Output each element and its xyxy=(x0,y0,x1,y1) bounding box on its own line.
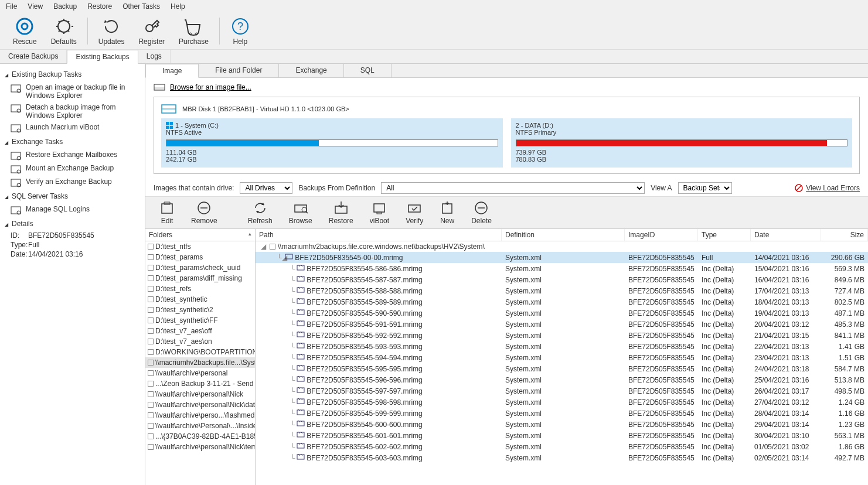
subtab-exchange[interactable]: Exchange xyxy=(279,64,343,77)
menu-help[interactable]: Help xyxy=(171,2,185,11)
folder-item[interactable]: D:\test_synthetic\2 xyxy=(145,305,255,315)
backup-row[interactable]: └ BFE72D505F835545-593-593.mrimgSystem.x… xyxy=(256,341,868,352)
help-button[interactable]: ?Help xyxy=(223,15,257,47)
backup-row[interactable]: └ BFE72D505F835545-596-596.mrimgSystem.x… xyxy=(256,374,868,385)
sidebar-task-0-1[interactable]: Detach a backup image from Windows Explo… xyxy=(5,101,140,121)
sidebar-task-0-0[interactable]: Open an image or backup file in Windows … xyxy=(5,81,140,101)
folder-item[interactable]: D:\test_synthetic\FF xyxy=(145,315,255,326)
backup-row[interactable]: └ BFE72D505F835545-587-587.mrimgSystem.x… xyxy=(256,274,868,285)
definition-select[interactable]: All xyxy=(381,182,645,194)
remove-action[interactable]: Remove xyxy=(183,199,226,226)
updates-button[interactable]: Updates xyxy=(91,15,132,47)
backup-row[interactable]: └ BFE72D505F835545-603-603.mrimgSystem.x… xyxy=(256,452,868,463)
edit-action[interactable]: Edit xyxy=(151,199,183,226)
backup-row[interactable]: └ BFE72D505F835545-600-600.mrimgSystem.x… xyxy=(256,419,868,430)
checkbox-icon[interactable] xyxy=(148,286,154,292)
checkbox-icon[interactable] xyxy=(148,433,154,439)
sidebar-task-2-0[interactable]: Manage SQL Logins xyxy=(5,203,140,217)
checkbox-icon[interactable] xyxy=(148,444,154,450)
checkbox-icon[interactable] xyxy=(148,412,154,418)
folder-item[interactable]: ...\Zeon Backup 3-11-21 - Send to xyxy=(145,378,255,389)
backup-row[interactable]: └ BFE72D505F835545-601-601.mrimgSystem.x… xyxy=(256,430,868,441)
browse-image-link[interactable]: Browse for an image file... xyxy=(170,83,251,91)
checkbox-icon[interactable] xyxy=(148,370,154,376)
menu-backup[interactable]: Backup xyxy=(53,2,77,11)
checkbox-icon[interactable] xyxy=(148,265,154,271)
view-select[interactable]: Backup Sets xyxy=(678,182,732,194)
register-button[interactable]: Register xyxy=(131,15,172,47)
backup-row[interactable]: └ BFE72D505F835545-597-597.mrimgSystem.x… xyxy=(256,385,868,397)
delete-action[interactable]: Delete xyxy=(463,199,500,226)
backup-row[interactable]: └ BFE72D505F835545-592-592.mrimgSystem.x… xyxy=(256,330,868,341)
sidebar-group-3[interactable]: Details xyxy=(5,217,140,231)
menu-restore[interactable]: Restore xyxy=(87,2,112,11)
backup-row[interactable]: └ BFE72D505F835545-589-589.mrimgSystem.x… xyxy=(256,296,868,308)
sidebar-task-0-2[interactable]: Launch Macrium viBoot xyxy=(5,121,140,135)
subtab-image[interactable]: Image xyxy=(145,64,199,78)
sidebar-task-1-2[interactable]: Verify an Exchange Backup xyxy=(5,176,140,189)
sidebar-task-1-1[interactable]: Mount an Exchange Backup xyxy=(5,162,140,176)
folder-item[interactable]: \\vault\archive\personal\Nick xyxy=(145,389,255,399)
folder-item[interactable]: D:\test_synthetic xyxy=(145,294,255,305)
col-definition[interactable]: Definition xyxy=(502,229,625,241)
rescue-button[interactable]: Rescue xyxy=(6,15,44,47)
folder-item[interactable]: D:\test_params\diff_missing xyxy=(145,273,255,284)
defaults-button[interactable]: Defaults xyxy=(44,15,84,47)
tab-create-backups[interactable]: Create Backups xyxy=(0,50,67,63)
col-path[interactable]: Path xyxy=(256,229,502,241)
folder-item[interactable]: \\macriumhv2backups.file...\System xyxy=(145,357,255,368)
tab-logs[interactable]: Logs xyxy=(138,50,171,63)
folder-item[interactable]: \\vault\archive\personal\Nick\data xyxy=(145,399,255,410)
partition-0[interactable]: 1 - System (C:)NTFS Active111.04 GB242.1… xyxy=(161,118,503,168)
col-date[interactable]: Date xyxy=(751,229,821,241)
menu-file[interactable]: File xyxy=(6,2,17,11)
verify-action[interactable]: Verify xyxy=(397,199,431,226)
sidebar-task-1-0[interactable]: Restore Exchange Mailboxes xyxy=(5,149,140,162)
col-imageid[interactable]: ImageID xyxy=(625,229,698,241)
drive-select[interactable]: All Drives xyxy=(240,182,292,194)
menu-other-tasks[interactable]: Other Tasks xyxy=(122,2,160,11)
menu-view[interactable]: View xyxy=(28,2,43,11)
col-size[interactable]: Size xyxy=(821,229,868,241)
folder-item[interactable]: \\vault\archive\personal xyxy=(145,368,255,378)
folder-item[interactable]: ...\{37B0AC39-82BD-4AE1-B185-7 xyxy=(145,431,255,442)
browse-action[interactable]: Browse xyxy=(281,199,321,226)
checkbox-icon[interactable] xyxy=(148,328,154,334)
folder-item[interactable]: D:\test_v7_aes\on xyxy=(145,336,255,347)
subtab-file-and-folder[interactable]: File and Folder xyxy=(199,64,279,77)
folder-item[interactable]: D:\test_v7_aes\off xyxy=(145,326,255,336)
backup-row[interactable]: └ BFE72D505F835545-590-590.mrimgSystem.x… xyxy=(256,308,868,319)
sidebar-group-0[interactable]: Existing Backup Tasks xyxy=(5,67,140,81)
view-load-errors-link[interactable]: View Load Errors xyxy=(794,183,860,193)
checkbox-icon[interactable] xyxy=(148,402,154,408)
sidebar-group-1[interactable]: Exchange Tasks xyxy=(5,135,140,149)
folder-item[interactable]: D:\test_params xyxy=(145,252,255,262)
checkbox-icon[interactable] xyxy=(148,244,154,250)
checkbox-icon[interactable] xyxy=(148,391,154,397)
checkbox-icon[interactable] xyxy=(148,349,154,355)
checkbox-icon[interactable] xyxy=(148,317,154,323)
viboot-action[interactable]: viBoot xyxy=(362,199,397,226)
folder-item[interactable]: \\vault\archive\personal\Nick\tem xyxy=(145,442,255,452)
subtab-sql[interactable]: SQL xyxy=(344,64,392,77)
backup-row[interactable]: └◢ BFE72D505F835545-00-00.mrimgSystem.xm… xyxy=(256,252,868,263)
checkbox-icon[interactable] xyxy=(270,244,275,250)
backup-row[interactable]: └ BFE72D505F835545-594-594.mrimgSystem.x… xyxy=(256,352,868,363)
new-action[interactable]: New xyxy=(431,199,463,226)
checkbox-icon[interactable] xyxy=(148,307,154,313)
backup-row[interactable]: └ BFE72D505F835545-591-591.mrimgSystem.x… xyxy=(256,319,868,330)
checkbox-icon[interactable] xyxy=(148,360,154,366)
grid-root-row[interactable]: ◢ \\macriumhv2backups.file.core.windows.… xyxy=(256,241,868,252)
backup-row[interactable]: └ BFE72D505F835545-586-586.mrimgSystem.x… xyxy=(256,263,868,274)
checkbox-icon[interactable] xyxy=(148,254,154,260)
refresh-action[interactable]: Refresh xyxy=(240,199,281,226)
folders-header[interactable]: Folders xyxy=(145,229,255,241)
folder-item[interactable]: D:\test_params\check_uuid xyxy=(145,262,255,273)
folder-item[interactable]: \\vault\archive\perso...\flashmedia xyxy=(145,410,255,421)
col-type[interactable]: Type xyxy=(698,229,751,241)
checkbox-icon[interactable] xyxy=(148,275,154,281)
checkbox-icon[interactable] xyxy=(148,339,154,344)
backup-row[interactable]: └ BFE72D505F835545-602-602.mrimgSystem.x… xyxy=(256,441,868,452)
folder-item[interactable]: \\vault\archive\Personal\...\Inside xyxy=(145,421,255,431)
sidebar-group-2[interactable]: SQL Server Tasks xyxy=(5,189,140,203)
